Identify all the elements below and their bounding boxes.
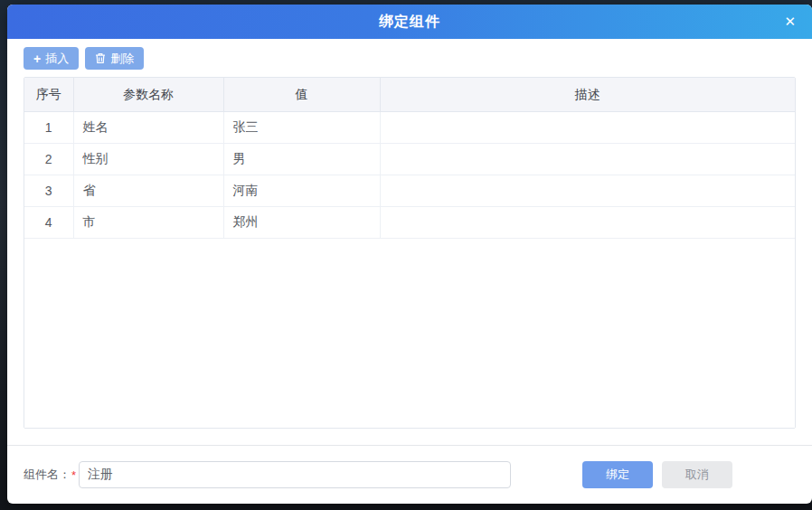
params-table-grid: 序号参数名称值描述 1姓名张三2性别男3省河南4市郑州 [24,78,795,239]
bind-component-dialog: 绑定组件 ✕ + 插入 删除 序号参数名称值描述 [7,5,812,504]
delete-button-label: 删除 [110,51,134,67]
component-name-input[interactable] [79,461,511,488]
toolbar: + 插入 删除 [7,39,812,77]
plus-icon: + [33,52,41,65]
column-header-3: 描述 [380,78,795,112]
cell-value[interactable]: 郑州 [223,207,380,239]
close-icon[interactable]: ✕ [780,5,799,39]
column-header-1: 参数名称 [73,78,223,112]
column-header-0: 序号 [24,78,73,112]
cell-value[interactable]: 男 [223,144,380,175]
cell-desc[interactable] [380,175,795,207]
cell-value[interactable]: 河南 [223,175,380,207]
component-name-label: 组件名： [24,467,71,483]
cell-index[interactable]: 3 [24,175,73,207]
cancel-button[interactable]: 取消 [662,461,732,488]
table-row[interactable]: 3省河南 [24,175,795,207]
cell-name[interactable]: 性别 [73,144,223,175]
footer-actions: 绑定 取消 [582,461,732,488]
table-header-row: 序号参数名称值描述 [24,78,795,112]
insert-button-label: 插入 [45,51,69,67]
table-row[interactable]: 2性别男 [24,144,795,175]
cell-index[interactable]: 4 [24,207,73,239]
cell-desc[interactable] [380,112,795,144]
dialog-footer: 组件名： * 绑定 取消 [7,445,812,504]
dialog-header: 绑定组件 ✕ [7,5,812,39]
table-empty-area [24,239,795,428]
cell-name[interactable]: 姓名 [73,112,223,144]
delete-button[interactable]: 删除 [85,47,144,70]
cell-value[interactable]: 张三 [223,112,380,144]
table-row[interactable]: 1姓名张三 [24,112,795,144]
trash-icon [95,52,106,64]
cell-index[interactable]: 2 [24,144,73,175]
cell-name[interactable]: 省 [73,175,223,207]
insert-button[interactable]: + 插入 [24,47,79,70]
cell-index[interactable]: 1 [24,112,73,144]
column-header-2: 值 [223,78,380,112]
table-row[interactable]: 4市郑州 [24,207,795,239]
dialog-title: 绑定组件 [379,13,440,32]
required-mark: * [71,468,76,482]
cell-desc[interactable] [380,144,795,175]
bind-button[interactable]: 绑定 [582,461,653,488]
table-header: 序号参数名称值描述 [24,78,795,112]
cell-name[interactable]: 市 [73,207,223,239]
cell-desc[interactable] [380,207,795,239]
params-table: 序号参数名称值描述 1姓名张三2性别男3省河南4市郑州 [24,77,796,429]
table-body: 1姓名张三2性别男3省河南4市郑州 [24,112,795,239]
